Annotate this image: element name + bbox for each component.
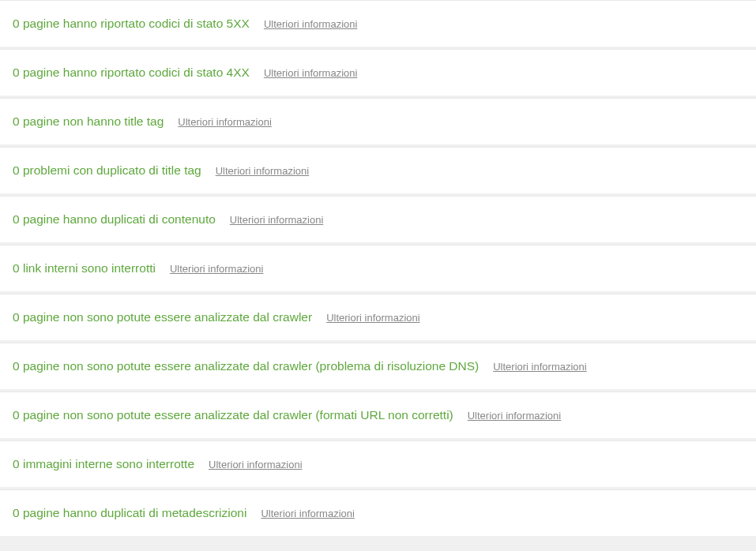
issue-label: link interni sono interrotti [23, 261, 156, 275]
issue-count: 0 [13, 359, 20, 373]
issue-row: 0 pagine non sono potute essere analizza… [0, 343, 756, 389]
issue-count: 0 [13, 408, 20, 422]
issue-row: 0 pagine hanno duplicati di metadescrizi… [0, 489, 756, 536]
issue-row: 0 pagine non sono potute essere analizza… [0, 294, 756, 340]
issue-label: pagine hanno riportato codici di stato 5… [23, 17, 250, 30]
issue-row: 0 immagini interne sono interrotte Ulter… [0, 440, 756, 487]
issue-title: 0 pagine hanno duplicati di metadescrizi… [13, 506, 246, 520]
issue-row: 0 pagine non sono potute essere analizza… [0, 392, 756, 438]
issue-list: 0 pagine hanno riportato codici di stato… [0, 0, 756, 536]
issue-title: 0 pagine non sono potute essere analizza… [13, 310, 312, 324]
issue-label: immagini interne sono interrotte [23, 457, 194, 470]
issue-label: pagine non hanno title tag [23, 114, 164, 128]
issue-count: 0 [13, 17, 20, 30]
issue-title: 0 pagine non sono potute essere analizza… [13, 359, 479, 373]
more-info-link[interactable]: Ulteriori informazioni [209, 459, 302, 470]
more-info-link[interactable]: Ulteriori informazioni [170, 263, 263, 275]
more-info-link[interactable]: Ulteriori informazioni [178, 116, 271, 128]
issue-label: problemi con duplicato di title tag [23, 163, 201, 177]
issue-title: 0 immagini interne sono interrotte [13, 457, 194, 471]
more-info-link[interactable]: Ulteriori informazioni [264, 67, 357, 79]
issue-title: 0 pagine hanno duplicati di contenuto [13, 212, 216, 227]
issue-label: pagine hanno duplicati di contenuto [23, 212, 216, 226]
issue-label: pagine hanno riportato codici di stato 4… [23, 66, 250, 79]
issue-count: 0 [13, 506, 20, 519]
issue-count: 0 [13, 163, 20, 177]
issue-count: 0 [13, 261, 20, 275]
issue-count: 0 [13, 66, 20, 79]
issue-title: 0 pagine hanno riportato codici di stato… [13, 66, 250, 80]
issue-count: 0 [13, 114, 20, 128]
issue-title: 0 pagine non sono potute essere analizza… [13, 408, 453, 422]
issue-row: 0 problemi con duplicato di title tag Ul… [0, 147, 756, 193]
issue-title: 0 pagine non hanno title tag [13, 114, 164, 129]
more-info-link[interactable]: Ulteriori informazioni [216, 165, 309, 177]
more-info-link[interactable]: Ulteriori informazioni [493, 361, 586, 373]
issue-count: 0 [13, 310, 20, 324]
more-info-link[interactable]: Ulteriori informazioni [261, 508, 354, 519]
issue-count: 0 [13, 212, 20, 226]
issue-label: pagine non sono potute essere analizzate… [23, 310, 312, 324]
issue-row: 0 pagine non hanno title tag Ulteriori i… [0, 98, 756, 144]
issue-row: 0 pagine hanno riportato codici di stato… [0, 0, 756, 47]
more-info-link[interactable]: Ulteriori informazioni [230, 214, 323, 226]
issue-row: 0 pagine hanno duplicati di contenuto Ul… [0, 196, 756, 242]
issue-label: pagine non sono potute essere analizzate… [23, 408, 453, 422]
more-info-link[interactable]: Ulteriori informazioni [264, 18, 357, 30]
issue-row: 0 pagine hanno riportato codici di stato… [0, 49, 756, 96]
issue-title: 0 pagine hanno riportato codici di stato… [13, 17, 250, 31]
issue-title: 0 problemi con duplicato di title tag [13, 163, 201, 178]
more-info-link[interactable]: Ulteriori informazioni [468, 410, 561, 422]
issue-label: pagine non sono potute essere analizzate… [23, 359, 479, 373]
issue-row: 0 link interni sono interrotti Ulteriori… [0, 245, 756, 291]
more-info-link[interactable]: Ulteriori informazioni [326, 312, 419, 324]
issue-count: 0 [13, 457, 20, 470]
issue-title: 0 link interni sono interrotti [13, 261, 156, 276]
issue-label: pagine hanno duplicati di metadescrizion… [23, 506, 247, 519]
